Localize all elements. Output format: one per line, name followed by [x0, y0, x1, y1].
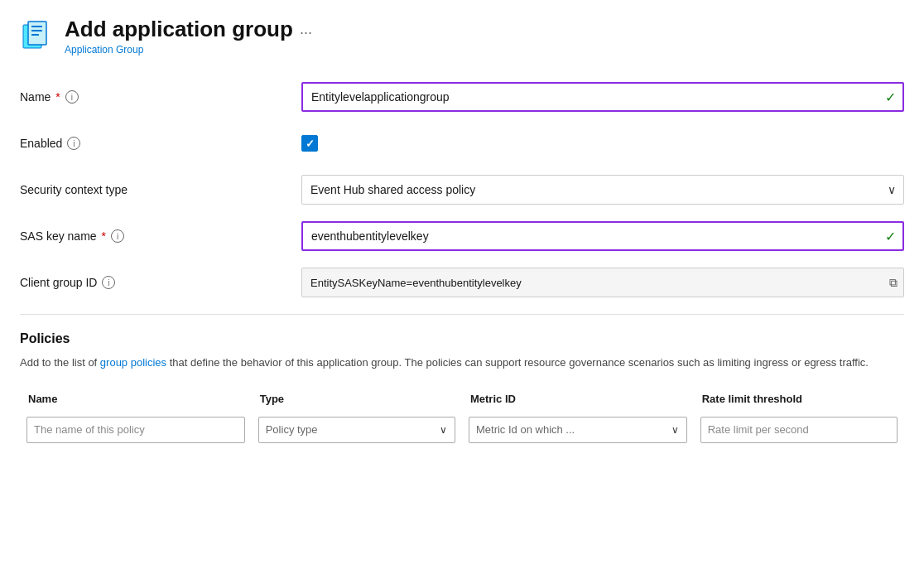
security-context-row: Security context type Event Hub shared a…: [20, 175, 904, 205]
policy-metric-dropdown-wrapper: Metric Id on which ... IncomingMessages …: [469, 417, 687, 443]
policy-name-cell: [20, 413, 252, 446]
policy-rate-input[interactable]: [700, 417, 898, 443]
svg-rect-4: [31, 34, 39, 36]
enabled-field-row: Enabled i ✓: [20, 128, 904, 158]
name-input-wrapper: ✓: [301, 82, 904, 112]
client-group-info-icon[interactable]: i: [102, 276, 115, 289]
policy-type-dropdown-wrapper: Policy type ThrottlingPolicy ∨: [258, 417, 455, 443]
col-header-name: Name: [20, 388, 252, 413]
col-header-type: Type: [252, 388, 462, 413]
client-group-control: ⧉: [301, 268, 904, 297]
more-options-button[interactable]: ...: [300, 21, 312, 38]
client-group-row: Client group ID i ⧉: [20, 268, 904, 297]
policies-header-row: Name Type Metric ID Rate limit threshold: [20, 388, 904, 413]
enabled-checkbox[interactable]: ✓: [301, 135, 318, 152]
security-field-control: Event Hub shared access policy ∨: [301, 175, 904, 205]
policies-table-body: Policy type ThrottlingPolicy ∨ Metric Id…: [20, 413, 904, 446]
policies-section: Policies Add to the list of group polici…: [20, 331, 904, 446]
security-dropdown-wrapper: Event Hub shared access policy ∨: [301, 175, 904, 205]
checkbox-checkmark: ✓: [306, 138, 315, 150]
sas-key-input[interactable]: [301, 221, 904, 251]
page-header: Add application group ... Application Gr…: [20, 17, 904, 56]
app-group-icon: [20, 18, 53, 51]
header-text-block: Add application group ... Application Gr…: [65, 17, 312, 56]
table-row: Policy type ThrottlingPolicy ∨ Metric Id…: [20, 413, 904, 446]
svg-rect-3: [31, 30, 42, 31]
name-field-control: ✓: [301, 82, 904, 112]
section-divider: [20, 314, 904, 315]
policies-table-header: Name Type Metric ID Rate limit threshold: [20, 388, 904, 413]
security-label: Security context type: [20, 183, 301, 196]
name-required-indicator: *: [55, 90, 60, 104]
policy-rate-cell: [694, 413, 904, 446]
col-header-rate: Rate limit threshold: [694, 388, 904, 413]
client-group-readonly-wrapper: ⧉: [301, 268, 904, 297]
col-header-metric: Metric ID: [462, 388, 694, 413]
name-label: Name * i: [20, 90, 301, 104]
page-title-text: Add application group: [65, 17, 293, 42]
policies-section-title: Policies: [20, 331, 904, 346]
name-info-icon[interactable]: i: [65, 90, 79, 104]
svg-rect-1: [28, 22, 46, 45]
policy-type-dropdown[interactable]: Policy type ThrottlingPolicy: [258, 417, 455, 443]
policy-type-cell: Policy type ThrottlingPolicy ∨: [252, 413, 462, 446]
sas-label: SAS key name * i: [20, 229, 301, 243]
svg-rect-2: [31, 26, 42, 27]
policies-description: Add to the list of group policies that d…: [20, 355, 904, 371]
sas-input-wrapper: ✓: [301, 221, 904, 251]
policy-name-input[interactable]: [26, 417, 245, 443]
policies-table: Name Type Metric ID Rate limit threshold…: [20, 388, 904, 446]
sas-key-row: SAS key name * i ✓: [20, 221, 904, 251]
page-subtitle: Application Group: [65, 44, 312, 56]
sas-field-control: ✓: [301, 221, 904, 251]
security-dropdown[interactable]: Event Hub shared access policy: [301, 175, 904, 205]
sas-info-icon[interactable]: i: [111, 229, 124, 243]
name-field-row: Name * i ✓: [20, 82, 904, 112]
page-title: Add application group ...: [65, 17, 312, 42]
client-group-label: Client group ID i: [20, 276, 301, 289]
name-input[interactable]: [301, 82, 904, 112]
client-group-input: [301, 268, 904, 297]
copy-icon[interactable]: ⧉: [889, 276, 898, 290]
enabled-info-icon[interactable]: i: [67, 137, 80, 150]
policy-metric-dropdown[interactable]: Metric Id on which ... IncomingMessages …: [469, 417, 687, 443]
sas-required-indicator: *: [102, 229, 106, 243]
enabled-label: Enabled i: [20, 137, 301, 150]
group-policies-link[interactable]: group policies: [100, 356, 166, 369]
enabled-field-control: ✓: [301, 135, 904, 152]
policy-metric-cell: Metric Id on which ... IncomingMessages …: [462, 413, 694, 446]
